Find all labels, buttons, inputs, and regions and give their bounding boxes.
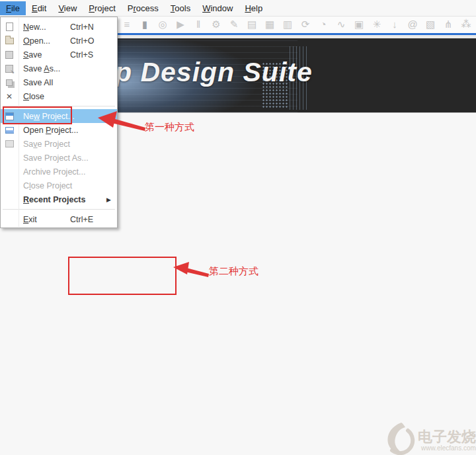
annotation-method1: 第一种方式 <box>145 121 194 134</box>
menu-item-exit[interactable]: ExitCtrl+E <box>1 212 117 226</box>
menu-item-save-project: Save Project <box>1 137 117 151</box>
menubar-item-help[interactable]: Help <box>239 1 268 15</box>
menu-item-label: Open Project... <box>23 126 78 135</box>
menubar-item-view[interactable]: View <box>52 1 83 15</box>
menu-item-save-project-as: Save Project As... <box>1 151 117 165</box>
save-icon <box>4 50 15 60</box>
saveas-icon <box>4 63 15 74</box>
menu-item-label: Save Project <box>23 140 70 149</box>
menu-item-label: New... <box>23 22 46 32</box>
menu-item-label: Save As... <box>23 64 60 73</box>
settings-icon[interactable]: ⚙ <box>211 16 221 33</box>
menubar-item-tools[interactable]: Tools <box>165 1 196 15</box>
open-icon <box>4 36 15 46</box>
share-icon[interactable]: ⋔ <box>443 16 454 33</box>
menubar-item-file[interactable]: File <box>0 1 26 15</box>
power-calc-icon[interactable]: ✳ <box>372 16 382 33</box>
edit-note-icon[interactable]: ✎ <box>229 16 239 33</box>
blank-icon <box>4 194 15 205</box>
find-icon[interactable]: ◎ <box>157 16 168 33</box>
blocks-icon[interactable]: ▦ <box>264 16 275 33</box>
menu-item-recent-projects[interactable]: Recent Projects▶ <box>1 192 117 206</box>
save-icon[interactable]: ▮ <box>139 16 150 33</box>
menu-item-close-project: Close Project <box>1 179 117 192</box>
blank-icon <box>4 214 15 225</box>
chart-icon[interactable]: ▧ <box>425 16 436 33</box>
application-window: FileEditViewProjectProcessToolsWindowHel… <box>0 0 476 455</box>
newproj-icon <box>4 111 15 122</box>
menu-item-save-as[interactable]: Save As... <box>1 62 117 75</box>
menu-item-label: New Project... <box>23 112 75 121</box>
annotation-arrow-method1 <box>97 110 147 134</box>
blank-icon <box>4 181 15 191</box>
download-icon[interactable]: ↓ <box>389 16 400 33</box>
chip-icon[interactable]: ▣ <box>354 16 364 33</box>
waveform-icon[interactable]: ∿ <box>336 16 346 33</box>
menu-item-open[interactable]: Open...Ctrl+O <box>1 34 117 48</box>
menu-item-new[interactable]: New...Ctrl+N <box>1 20 117 34</box>
submenu-arrow-icon: ▶ <box>106 196 111 203</box>
menu-item-save-all[interactable]: Save All <box>1 75 117 89</box>
menu-item-shortcut: Ctrl+S <box>70 50 93 60</box>
menu-item-archive-project: Archive Project... <box>1 165 117 179</box>
menu-separator <box>3 106 115 106</box>
menubar-item-window[interactable]: Window <box>196 1 239 15</box>
menu-item-save[interactable]: SaveCtrl+S <box>1 48 117 62</box>
menu-item-shortcut: Ctrl+N <box>70 22 94 32</box>
menu-item-label: Save All <box>23 78 53 87</box>
timing-icon[interactable]: ◔ <box>318 16 329 33</box>
menu-item-label: Exit <box>23 215 37 224</box>
menu-item-close[interactable]: ✕Close <box>1 89 117 103</box>
menu-item-shortcut: Ctrl+E <box>70 215 93 224</box>
debug-icon[interactable]: @ <box>407 16 418 33</box>
elecfans-flame-logo <box>381 421 418 455</box>
run-icon[interactable]: ▶ <box>175 16 186 33</box>
close-icon: ✕ <box>4 91 15 102</box>
sync-icon[interactable]: ⟳ <box>300 16 311 33</box>
annotation-method2: 第二种方式 <box>209 265 258 278</box>
annotation-arrow-method2 <box>172 261 210 279</box>
menu-item-label: Recent Projects <box>23 195 86 204</box>
menubar-item-edit[interactable]: Edit <box>26 1 52 15</box>
watermark-site-url: www.elecfans.com <box>421 444 476 452</box>
menubar-item-project[interactable]: Project <box>83 1 121 15</box>
saveproj-icon <box>4 139 15 149</box>
menu-item-label: Save <box>23 50 42 60</box>
menubar-item-process[interactable]: Process <box>122 1 165 15</box>
openproj-icon <box>4 125 15 136</box>
menu-bar: FileEditViewProjectProcessToolsWindowHel… <box>0 0 476 17</box>
new-icon <box>4 22 15 32</box>
blank-icon <box>4 153 15 163</box>
menu-separator <box>3 209 115 210</box>
menu-item-label: Save Project As... <box>23 153 89 163</box>
menu-item-label: Close Project <box>23 181 72 190</box>
pause-icon[interactable]: ‖ <box>193 16 204 33</box>
menu-item-label: Close <box>23 92 44 101</box>
table-icon[interactable]: ▥ <box>282 16 293 33</box>
file-list-icon[interactable]: ≡ <box>122 16 132 33</box>
hierarchy-icon[interactable]: ⁂ <box>461 16 471 33</box>
menu-item-label: Open... <box>23 36 50 46</box>
blank-icon <box>4 167 15 177</box>
menu-item-shortcut: Ctrl+O <box>70 36 94 46</box>
menu-item-label: Archive Project... <box>23 167 85 177</box>
saveall-icon <box>4 77 15 88</box>
report-icon[interactable]: ▤ <box>247 16 257 33</box>
banner-title: p Design Suite <box>115 57 313 88</box>
